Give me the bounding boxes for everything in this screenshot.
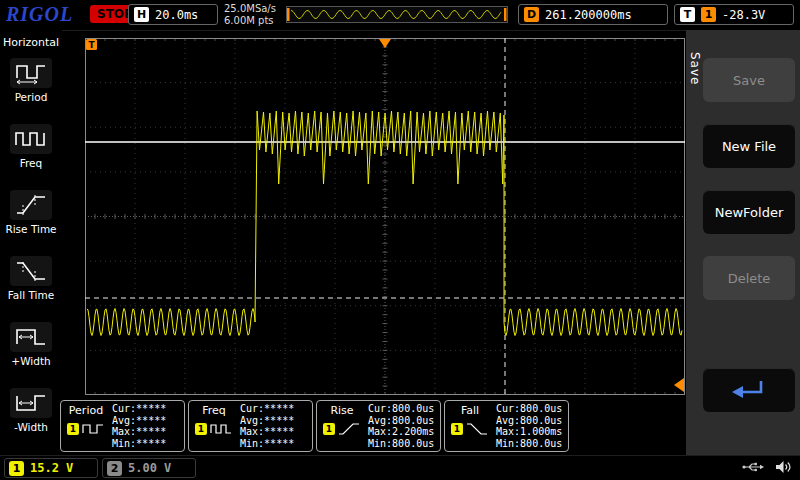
measurement-row: Min:800.0us — [496, 438, 568, 450]
fall-measure-icon — [465, 422, 489, 436]
back-button[interactable] — [703, 368, 795, 412]
channel-badge: 1 — [323, 423, 335, 435]
measurement-panel-fall[interactable]: Fall 1 Cur:800.0us Avg:800.0us Max:1.000… — [444, 400, 569, 452]
measurement-row: Min:***** — [240, 438, 312, 450]
sidebar-item-freq[interactable]: Freq — [0, 119, 62, 185]
oscilloscope-screen: RIGOL STOP H 20.0ms 25.0MSa/s 6.00M pts … — [0, 0, 800, 480]
sidebar-item-period[interactable]: Period — [0, 53, 62, 119]
measurement-row-label: Avg: — [496, 415, 520, 426]
measurement-row-label: Min: — [496, 438, 520, 449]
measurement-row-value: ***** — [136, 403, 166, 414]
measurement-row-label: Cur: — [240, 403, 264, 414]
measurement-row-value: 2.200ms — [392, 426, 434, 437]
sample-rate: 25.0MSa/s — [224, 3, 276, 15]
measurement-row: Max:1.000ms — [496, 426, 568, 438]
measurement-row: Max:***** — [112, 426, 184, 438]
measurement-panel-period[interactable]: Period 1 Cur:***** Avg:***** Max:***** M… — [60, 400, 185, 452]
measurement-row-label: Cur: — [112, 403, 136, 414]
measurement-row-label: Max: — [240, 426, 264, 437]
waveform-preview-sparkline — [287, 7, 507, 22]
measurement-row: Cur:800.0us — [496, 403, 568, 415]
save-button[interactable]: Save — [703, 58, 795, 102]
measurement-row-value: 800.0us — [392, 403, 434, 414]
measurement-row-value: ***** — [264, 426, 294, 437]
sidebar-item-rise-time[interactable]: Rise Time — [0, 185, 62, 251]
acquisition-info: 25.0MSa/s 6.00M pts — [224, 3, 276, 27]
measurement-row-value: 800.0us — [392, 415, 434, 426]
waveform-canvas: T — [85, 38, 685, 395]
sidebar-item-plus-width[interactable]: +Width — [0, 317, 62, 383]
plus-width-icon — [10, 322, 52, 352]
measurement-row-value: ***** — [264, 438, 294, 449]
measurement-row-label: Min: — [240, 438, 264, 449]
measurement-row: Min:800.0us — [368, 438, 440, 450]
sidebar-item-label: Period — [15, 91, 48, 103]
sidebar-item-label: -Width — [14, 421, 48, 433]
measurement-row: Max:***** — [240, 426, 312, 438]
measurement-name: Freq — [202, 404, 226, 417]
channel-2-status[interactable]: 2 5.00 V — [102, 458, 196, 478]
channel-1-badge: 1 — [9, 461, 24, 476]
measurement-name: Period — [69, 404, 103, 417]
horizontal-timebase-panel[interactable]: H 20.0ms — [128, 4, 218, 25]
channel-badge: 1 — [195, 423, 207, 435]
memory-depth: 6.00M pts — [224, 15, 276, 27]
period-measure-icon — [81, 422, 105, 436]
measurement-row-value: 800.0us — [520, 415, 562, 426]
measurement-row: Avg:800.0us — [496, 415, 568, 427]
sidebar-item-minus-width[interactable]: -Width — [0, 383, 62, 449]
measurement-row-value: ***** — [136, 426, 166, 437]
timebase-value: 20.0ms — [155, 8, 198, 22]
period-icon — [10, 58, 52, 88]
measurement-row-label: Cur: — [368, 403, 392, 414]
measurement-row: Cur:***** — [112, 403, 184, 415]
measurement-row-value: ***** — [136, 438, 166, 449]
minus-width-icon — [10, 388, 52, 418]
measurement-row-value: 1.000ms — [520, 426, 562, 437]
measurement-row: Min:***** — [112, 438, 184, 450]
measurement-row-label: Min: — [368, 438, 392, 449]
measurement-row-label: Max: — [496, 426, 520, 437]
measurement-strip: Period 1 Cur:***** Avg:***** Max:***** M… — [60, 400, 569, 452]
delay-panel: D 261.200000ms — [518, 4, 668, 25]
new-folder-button[interactable]: NewFolder — [703, 190, 795, 234]
sidebar-item-label: Freq — [20, 157, 43, 169]
measurement-name: Rise — [330, 404, 353, 417]
menu-panel: Save Save New File NewFolder Delete — [686, 30, 800, 455]
measurement-row-value: ***** — [136, 415, 166, 426]
menu-title: Save — [688, 52, 702, 85]
measurement-row-value: 800.0us — [392, 438, 434, 449]
rigol-logo: RIGOL — [6, 3, 73, 26]
usb-icon — [741, 461, 765, 473]
measurement-row-value: ***** — [264, 403, 294, 414]
channel-1-status[interactable]: 1 15.2 V — [4, 458, 98, 478]
h-label: H — [134, 7, 149, 22]
channel-status-bar: 1 15.2 V 2 5.00 V — [0, 455, 800, 480]
sidebar-item-label: Rise Time — [5, 223, 56, 235]
measurement-row: Avg:***** — [112, 415, 184, 427]
new-file-button[interactable]: New File — [703, 124, 795, 168]
waveform-preview[interactable] — [286, 6, 508, 23]
waveform-display[interactable]: T — [85, 38, 685, 395]
measure-category-title: Horizontal — [0, 30, 62, 53]
measurement-row-label: Avg: — [240, 415, 264, 426]
delay-value: 261.200000ms — [545, 8, 632, 22]
measurement-panel-rise[interactable]: Rise 1 Cur:800.0us Avg:800.0us Max:2.200… — [316, 400, 441, 452]
measurement-row-label: Max: — [368, 426, 392, 437]
channel-2-badge: 2 — [107, 461, 122, 476]
status-bar: RIGOL STOP H 20.0ms 25.0MSa/s 6.00M pts … — [0, 0, 800, 31]
measurement-row-value: ***** — [264, 415, 294, 426]
measure-sidebar: Horizontal Period Freq — [0, 30, 62, 455]
measurement-row-value: 800.0us — [520, 403, 562, 414]
sidebar-item-fall-time[interactable]: Fall Time — [0, 251, 62, 317]
delete-button[interactable]: Delete — [703, 256, 795, 300]
channel-badge: 1 — [67, 423, 79, 435]
channel-badge: 1 — [451, 423, 463, 435]
trigger-source-badge: 1 — [701, 7, 716, 22]
measurement-panel-freq[interactable]: Freq 1 Cur:***** Avg:***** Max:***** Min… — [188, 400, 313, 452]
measurement-row-label: Avg: — [112, 415, 136, 426]
measurement-row: Cur:***** — [240, 403, 312, 415]
measurement-row-label: Min: — [112, 438, 136, 449]
d-label: D — [524, 7, 539, 22]
measurement-row: Cur:800.0us — [368, 403, 440, 415]
